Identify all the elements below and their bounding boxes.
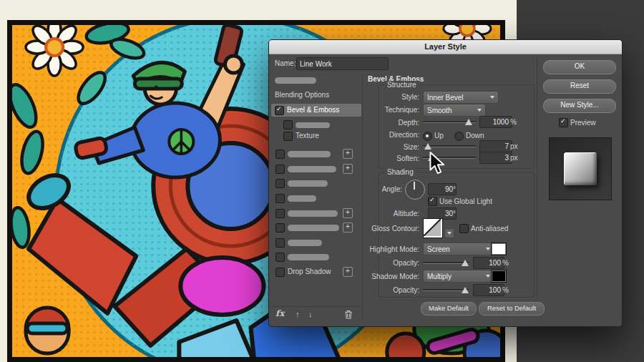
texture-label: Texture <box>296 132 319 140</box>
structure-legend: Structure <box>384 81 419 89</box>
shadow-mode-value: Multiply <box>427 273 452 280</box>
preview-checkbox[interactable] <box>559 118 568 127</box>
styles-item-blending-options[interactable]: Blending Options <box>275 91 329 99</box>
altitude-unit: ° <box>453 210 456 217</box>
depth-slider[interactable] <box>423 116 476 126</box>
styles-header-pill <box>275 77 316 84</box>
style-item-checkbox-5[interactable] <box>275 209 285 218</box>
contour-checkbox[interactable] <box>283 120 293 129</box>
angle-dial[interactable] <box>405 180 425 200</box>
highlight-opacity-unit: % <box>502 259 509 267</box>
anti-aliased-checkbox[interactable] <box>459 224 469 233</box>
reset-to-default-button[interactable]: Reset to Default <box>479 302 545 315</box>
style-item-pill-4 <box>288 195 316 202</box>
style-item-checkbox-2[interactable] <box>275 165 285 174</box>
move-down-icon[interactable] <box>308 310 313 318</box>
technique-label: Technique: <box>348 106 419 114</box>
mouse-cursor <box>428 152 447 179</box>
highlight-opacity-slider[interactable] <box>423 257 469 267</box>
angle-unit: ° <box>453 185 456 193</box>
direction-label: Direction: <box>348 131 419 139</box>
texture-checkbox[interactable] <box>283 132 293 141</box>
chevron-down-icon <box>486 275 490 278</box>
size-unit: px <box>510 142 518 150</box>
contour-pill <box>296 122 330 128</box>
dialog-title: Layer Style <box>424 42 467 51</box>
style-item-checkbox-4[interactable] <box>275 194 285 203</box>
style-item-row-4[interactable] <box>275 193 360 203</box>
style-item-pill-7 <box>288 240 322 246</box>
style-item-checkbox-7[interactable] <box>275 238 285 248</box>
panel-divider-right <box>537 57 537 299</box>
reset-button[interactable]: Reset <box>543 79 616 94</box>
shadow-opacity-field[interactable]: 100 <box>473 284 504 296</box>
add-effect-button-2[interactable] <box>343 164 353 174</box>
gloss-contour-picker-button[interactable] <box>444 228 454 238</box>
drop-shadow-checkbox[interactable] <box>275 268 285 277</box>
styles-list-toolbar: fx <box>271 306 361 324</box>
screen: Layer Style Name: Blending Options Bevel… <box>0 0 644 362</box>
shadow-mode-label: Shadow Mode: <box>341 273 419 280</box>
highlight-mode-dropdown[interactable]: Screen <box>423 243 494 255</box>
size-label: Size: <box>348 143 419 151</box>
drop-shadow-label: Drop Shadow <box>288 268 331 275</box>
layer-name-input[interactable] <box>296 57 389 70</box>
bevel-emboss-label: Bevel & Emboss <box>287 106 339 114</box>
shadow-mode-dropdown[interactable]: Multiply <box>423 270 494 283</box>
angle-label: Angle: <box>338 185 402 193</box>
shadow-color-swatch[interactable] <box>491 270 507 283</box>
ok-button[interactable]: OK <box>543 60 616 74</box>
direction-up-label: Up <box>434 132 444 140</box>
soften-unit: px <box>510 154 518 162</box>
soften-value-field[interactable]: 3 <box>479 152 512 164</box>
move-up-icon[interactable] <box>296 310 300 318</box>
style-item-pill-1 <box>288 151 331 157</box>
preview-label: Preview <box>570 119 596 127</box>
style-item-checkbox-1[interactable] <box>275 150 285 159</box>
highlight-mode-label: Highlight Mode: <box>341 245 419 253</box>
style-item-pill-8 <box>288 254 329 260</box>
gloss-contour-label: Gloss Contour: <box>341 225 419 233</box>
style-dropdown[interactable]: Inner Bevel <box>423 91 499 104</box>
highlight-opacity-field[interactable]: 100 <box>473 257 504 269</box>
style-item-checkbox-3[interactable] <box>275 179 285 188</box>
technique-dropdown[interactable]: Smooth <box>423 104 486 117</box>
angle-value-field[interactable]: 90 <box>428 183 457 195</box>
chevron-down-icon <box>486 248 490 250</box>
chevron-down-icon <box>490 96 494 99</box>
shadow-opacity-label: Opacity: <box>348 286 419 294</box>
shadow-opacity-unit: % <box>502 286 509 294</box>
shadow-opacity-slider[interactable] <box>423 284 469 294</box>
shading-legend: Shading <box>384 168 416 176</box>
style-dropdown-value: Inner Bevel <box>427 94 464 102</box>
gloss-contour-thumbnail[interactable] <box>423 218 443 238</box>
style-item-pill-2 <box>288 166 336 172</box>
style-preview-thumbnail <box>549 137 612 200</box>
bevel-emboss-checkbox[interactable] <box>275 106 284 115</box>
highlight-opacity-label: Opacity: <box>348 259 419 267</box>
new-style-button[interactable]: New Style... <box>543 99 616 113</box>
size-slider-thumb[interactable] <box>424 143 431 150</box>
depth-slider-thumb[interactable] <box>465 119 472 125</box>
fx-icon[interactable]: fx <box>275 309 284 318</box>
use-global-light-checkbox[interactable] <box>428 197 437 206</box>
size-slider[interactable] <box>423 140 476 150</box>
highlight-opacity-thumb[interactable] <box>462 260 469 266</box>
style-item-pill-5 <box>288 210 338 217</box>
depth-value-field[interactable]: 1000 <box>479 116 512 128</box>
shadow-opacity-thumb[interactable] <box>462 287 469 293</box>
chevron-down-icon <box>477 109 482 112</box>
delete-effect-icon[interactable] <box>344 310 353 321</box>
style-item-checkbox-8[interactable] <box>275 253 285 262</box>
style-item-pill-6 <box>288 225 339 231</box>
style-item-pill-3 <box>288 180 328 187</box>
highlight-color-swatch[interactable] <box>491 243 507 255</box>
size-value-field[interactable]: 7 <box>479 140 512 152</box>
bevel-preview-square <box>564 152 597 185</box>
make-default-button[interactable]: Make Default <box>421 302 477 315</box>
style-item-checkbox-6[interactable] <box>275 223 285 233</box>
style-item-row-2[interactable] <box>275 164 360 174</box>
layer-style-dialog: Layer Style Name: Blending Options Bevel… <box>268 39 623 327</box>
direction-down-label: Down <box>466 132 484 140</box>
dialog-titlebar[interactable]: Layer Style <box>269 40 622 54</box>
